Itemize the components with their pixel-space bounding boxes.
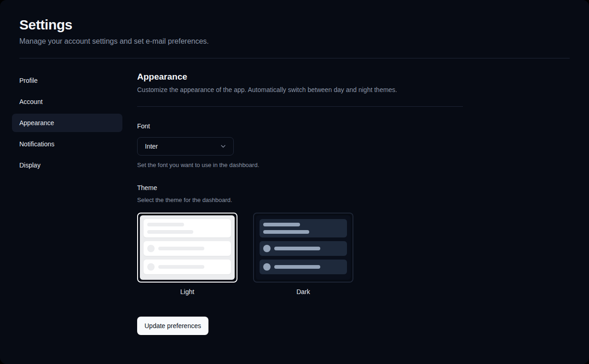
chevron-down-icon: [219, 143, 227, 150]
sidebar: Profile Account Appearance Notifications…: [12, 71, 122, 174]
sidebar-item-notifications[interactable]: Notifications: [12, 135, 122, 153]
settings-page: Settings Manage your account settings an…: [0, 0, 589, 364]
font-select-value: Inter: [145, 143, 158, 150]
skeleton-row: [260, 260, 347, 274]
theme-option-light[interactable]: Light: [137, 213, 237, 296]
section-description: Customize the appearance of the app. Aut…: [137, 85, 463, 94]
sidebar-item-display[interactable]: Display: [12, 156, 122, 174]
skeleton-row: [144, 260, 231, 274]
skeleton-dot: [263, 245, 271, 252]
theme-option-light-label: Light: [137, 287, 237, 296]
dark-preview-panel: [256, 215, 351, 280]
font-help-text: Set the font you want to use in the dash…: [137, 161, 463, 169]
skeleton-row: [260, 241, 347, 256]
section-divider: [137, 106, 463, 107]
theme-help-text: Select the theme for the dashboard.: [137, 196, 463, 204]
sidebar-item-appearance[interactable]: Appearance: [12, 114, 122, 132]
sidebar-item-profile[interactable]: Profile: [12, 71, 122, 90]
skeleton-dot: [263, 263, 271, 271]
skeleton-bar: [147, 223, 184, 226]
section-title: Appearance: [137, 71, 463, 82]
theme-preview-dark: [253, 213, 353, 283]
skeleton-bar: [158, 247, 204, 250]
font-label: Font: [137, 121, 463, 131]
skeleton-row: [260, 219, 347, 237]
skeleton-bar: [263, 223, 300, 226]
theme-options: Light: [137, 213, 463, 296]
update-preferences-button[interactable]: Update preferences: [137, 317, 208, 335]
header-divider: [19, 58, 570, 58]
theme-preview-light: [137, 213, 237, 283]
theme-label: Theme: [137, 183, 463, 192]
skeleton-dot: [147, 245, 155, 252]
skeleton-bar: [263, 230, 309, 234]
skeleton-dot: [147, 263, 155, 271]
appearance-section: Appearance Customize the appearance of t…: [137, 71, 463, 335]
page-title: Settings: [19, 17, 570, 33]
skeleton-row: [144, 219, 231, 237]
theme-field: Theme Select the theme for the dashboard…: [137, 183, 463, 296]
skeleton-row: [144, 241, 231, 256]
skeleton-bar: [274, 265, 320, 269]
light-preview-panel: [140, 215, 235, 280]
content-row: Profile Account Appearance Notifications…: [19, 71, 570, 335]
skeleton-bar: [147, 230, 193, 234]
skeleton-bar: [158, 265, 204, 269]
page-subtitle: Manage your account settings and set e-m…: [19, 36, 570, 47]
skeleton-bar: [274, 247, 320, 250]
sidebar-item-account[interactable]: Account: [12, 92, 122, 111]
font-field: Font Inter Set the font you want to use …: [137, 121, 463, 169]
font-select[interactable]: Inter: [137, 137, 234, 156]
theme-option-dark-label: Dark: [253, 287, 353, 296]
theme-option-dark[interactable]: Dark: [253, 213, 353, 296]
